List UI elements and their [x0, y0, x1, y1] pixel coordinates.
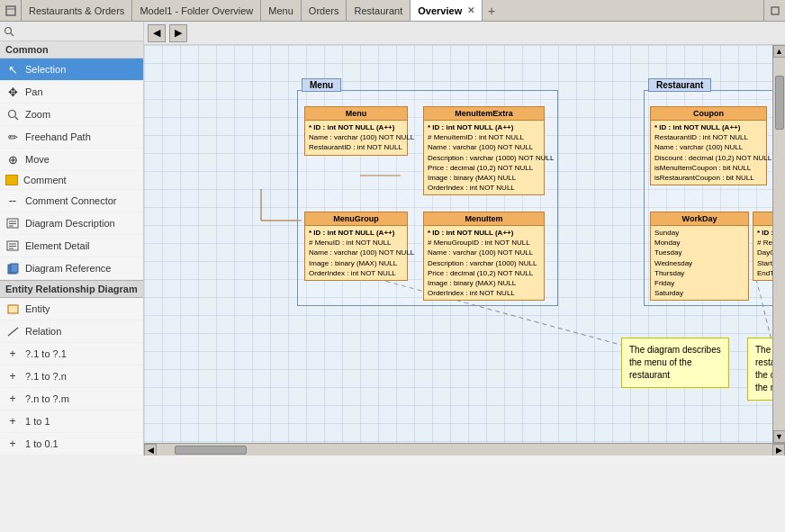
svg-rect-2 — [771, 7, 779, 14]
diagram-ref-icon — [5, 261, 20, 275]
scroll-right-arrow[interactable]: ▶ — [772, 444, 785, 456]
uml-class-openinghours-title: OpeningHours — [753, 212, 772, 226]
sidebar-search-bar — [0, 22, 143, 41]
tab-menu[interactable]: Menu — [261, 0, 302, 21]
diagram-desc-icon — [5, 216, 20, 230]
svg-rect-0 — [6, 6, 15, 15]
uml-class-menu[interactable]: Menu * ID : int NOT NULL (A++) Name : va… — [304, 106, 408, 156]
sidebar-item-pan[interactable]: ✥ Pan — [0, 81, 143, 104]
tab-overview[interactable]: Overview ✕ — [411, 0, 483, 21]
sidebar-item-freehand-path[interactable]: ✏ Freehand Path — [0, 126, 143, 149]
uml-class-workday-title: WorkDay — [651, 212, 748, 226]
sidebar: Common ↖ Selection ✥ Pan Zoom ✏ Freehand… — [0, 22, 144, 455]
scroll-up-arrow[interactable]: ▲ — [773, 45, 786, 58]
sidebar-item-relation[interactable]: Relation — [0, 320, 143, 343]
comment-connector-icon: ╌ — [5, 194, 20, 208]
uml-class-openinghours[interactable]: OpeningHours * ID : int NOT NULL (A++) #… — [753, 212, 772, 281]
search-icon — [4, 26, 14, 37]
vertical-scrollbar[interactable]: ▲ ▼ — [772, 45, 785, 443]
uml-class-menu-title: Menu — [305, 107, 407, 121]
tab-restaurant[interactable]: Restaurant — [347, 0, 411, 21]
uml-class-workday[interactable]: WorkDay Sunday Monday Tuesday Wednesday … — [650, 212, 749, 301]
uml-class-coupon-attrs: * ID : int NOT NULL (A++) RestaurantID :… — [651, 121, 766, 185]
sidebar-item-1to1[interactable]: + 1 to 1 — [0, 410, 143, 433]
menu-frame-title: Menu — [302, 78, 341, 92]
svg-point-3 — [5, 27, 12, 33]
uml-class-workday-attrs: Sunday Monday Tuesday Wednesday Thursday… — [651, 226, 748, 300]
svg-line-4 — [11, 33, 14, 36]
tab-bar: Restaurants & Orders Model1 - Folder Ove… — [0, 0, 785, 22]
scroll-down-arrow[interactable]: ▼ — [773, 430, 786, 443]
sidebar-item-1to1-a[interactable]: + ?.1 to ?.1 — [0, 343, 143, 365]
tab-add-button[interactable]: + — [483, 0, 501, 21]
tab-close-icon[interactable]: ✕ — [467, 5, 474, 15]
sidebar-item-diagram-reference[interactable]: Diagram Reference — [0, 257, 143, 280]
svg-line-18 — [8, 328, 18, 336]
cardinality-icon-5: + — [5, 437, 20, 451]
uml-class-menuitem[interactable]: MenuItem * ID : int NOT NULL (A++) # Men… — [423, 212, 545, 301]
comment-icon — [5, 175, 18, 185]
cardinality-icon-1: + — [5, 347, 20, 361]
sidebar-section-erd: Entity Relationship Diagram — [0, 280, 143, 298]
uml-class-menuitem-attrs: * ID : int NOT NULL (A++) # MenuGroupID … — [424, 226, 544, 300]
svg-line-6 — [15, 117, 18, 120]
restaurant-frame-title: Restaurant — [648, 78, 711, 92]
comment-box-1[interactable]: The diagram describes the menu of the re… — [621, 338, 729, 388]
app-container: Restaurants & Orders Model1 - Folder Ove… — [0, 0, 785, 455]
scroll-thumb-v[interactable] — [775, 76, 784, 130]
sidebar-item-diagram-description[interactable]: Diagram Description — [0, 212, 143, 235]
sidebar-item-move[interactable]: ⊕ Move — [0, 149, 143, 171]
back-button[interactable]: ◀ — [148, 24, 166, 42]
cardinality-icon-3: + — [5, 392, 20, 406]
selection-icon: ↖ — [5, 62, 20, 77]
freehand-icon: ✏ — [5, 130, 20, 144]
pan-icon: ✥ — [5, 85, 20, 99]
relation-icon — [5, 324, 20, 338]
sidebar-item-selection[interactable]: ↖ Selection — [0, 59, 143, 81]
svg-rect-16 — [11, 264, 18, 273]
svg-point-5 — [8, 110, 15, 117]
sidebar-item-1ton[interactable]: + ?.1 to ?.n — [0, 365, 143, 388]
uml-class-menu-attrs: * ID : int NOT NULL (A++) Name : varchar… — [305, 121, 407, 155]
diagram-canvas[interactable]: Menu Menu * ID : int NOT NULL (A++) Name… — [144, 45, 772, 443]
uml-class-menugroup-attrs: * ID : int NOT NULL (A++) # MenuID : int… — [305, 226, 407, 280]
scroll-thumb-h[interactable] — [175, 446, 247, 455]
tab-orders[interactable]: Orders — [302, 0, 347, 21]
tab-model1-folder[interactable]: Model1 - Folder Overview — [132, 0, 261, 21]
sidebar-item-element-detail[interactable]: Element Detail — [0, 235, 143, 257]
uml-class-menugroup-title: MenuGroup — [305, 212, 407, 226]
uml-class-menuitemextra[interactable]: MenuItemExtra * ID : int NOT NULL (A++) … — [423, 106, 545, 195]
entity-icon — [5, 302, 20, 316]
move-icon: ⊕ — [5, 152, 20, 167]
main-layout: Common ↖ Selection ✥ Pan Zoom ✏ Freehand… — [0, 22, 785, 455]
uml-class-openinghours-attrs: * ID : int NOT NULL (A++) # RestaurantID… — [753, 226, 772, 280]
cardinality-icon-2: + — [5, 369, 20, 383]
tab-right-icon[interactable] — [763, 0, 785, 21]
uml-class-menuitem-title: MenuItem — [424, 212, 544, 226]
comment-box-2[interactable]: The diagram shows restaurant model and t… — [747, 338, 772, 401]
uml-class-menugroup[interactable]: MenuGroup * ID : int NOT NULL (A++) # Me… — [304, 212, 408, 281]
sidebar-item-entity[interactable]: Entity — [0, 298, 143, 320]
element-detail-icon — [5, 239, 20, 253]
uml-class-menuitemextra-title: MenuItemExtra — [424, 107, 544, 121]
scroll-left-arrow[interactable]: ◀ — [144, 444, 157, 456]
uml-class-coupon[interactable]: Coupon * ID : int NOT NULL (A++) Restaur… — [650, 106, 767, 185]
tab-bar-left-icon — [0, 0, 22, 21]
uml-class-coupon-title: Coupon — [651, 107, 766, 121]
sidebar-item-zoom[interactable]: Zoom — [0, 104, 143, 126]
cardinality-icon-4: + — [5, 414, 20, 428]
zoom-icon — [5, 107, 20, 122]
tab-restaurants-orders[interactable]: Restaurants & Orders — [22, 0, 132, 21]
sidebar-section-common: Common — [0, 41, 143, 59]
horizontal-scrollbar[interactable]: ◀ ▶ — [144, 443, 785, 455]
sidebar-item-comment[interactable]: Comment — [0, 171, 143, 190]
forward-button[interactable]: ▶ — [169, 24, 187, 42]
svg-rect-17 — [8, 305, 18, 313]
sidebar-item-comment-connector[interactable]: ╌ Comment Connector — [0, 190, 143, 212]
canvas-toolbar: ◀ ▶ — [144, 22, 785, 45]
uml-class-menuitemextra-attrs: * ID : int NOT NULL (A++) # MenuItemID :… — [424, 121, 544, 194]
sidebar-item-ntom[interactable]: + ?.n to ?.m — [0, 388, 143, 410]
sidebar-item-1to01[interactable]: + 1 to 0.1 — [0, 433, 143, 455]
